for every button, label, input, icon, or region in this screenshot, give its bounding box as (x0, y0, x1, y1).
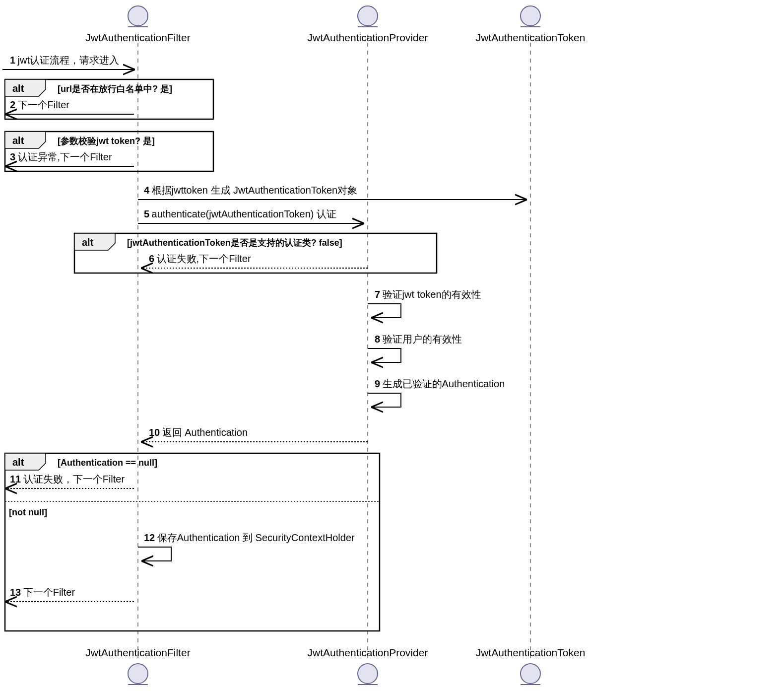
svg-text:1 jwt认证流程，请求进入: 1 jwt认证流程，请求进入 (10, 55, 119, 66)
message-7: 7 验证jwt token的有效性 (368, 289, 481, 318)
message-8: 8 验证用户的有效性 (368, 334, 462, 362)
svg-text:[Authentication == null]: [Authentication == null] (58, 458, 157, 468)
svg-point-13 (358, 664, 378, 684)
alt-fragment-4: alt [Authentication == null] 11 认证失败，下一个… (5, 453, 380, 631)
svg-text:alt: alt (12, 457, 24, 468)
svg-text:3 认证异常,下一个Filter: 3 认证异常,下一个Filter (10, 151, 112, 162)
svg-text:[参数校验jwt token? 是]: [参数校验jwt token? 是] (58, 136, 155, 146)
svg-text:5 authenticate(jwtAuthenticati: 5 authenticate(jwtAuthenticationToken) 认… (144, 208, 336, 219)
svg-text:9 生成已验证的Authentication: 9 生成已验证的Authentication (375, 378, 505, 389)
participant-provider-bottom: JwtAuthenticationProvider (308, 647, 428, 685)
participant-filter-bottom: JwtAuthenticationFilter (85, 647, 190, 685)
svg-text:13 下一个Filter: 13 下一个Filter (10, 587, 75, 598)
svg-point-3 (358, 6, 378, 26)
svg-text:JwtAuthenticationProvider: JwtAuthenticationProvider (308, 647, 428, 658)
svg-text:6 认证失败,下一个Filter: 6 认证失败,下一个Filter (149, 253, 251, 264)
svg-point-16 (521, 664, 540, 684)
alt-fragment-3: alt [jwtAuthenticationToken是否是支持的认证类? fa… (74, 233, 437, 273)
svg-text:alt: alt (82, 237, 94, 248)
participant-token-top: JwtAuthenticationToken (476, 6, 586, 43)
svg-point-6 (521, 6, 540, 26)
alt-fragment-1: alt [url是否在放行白名单中? 是] 2 下一个Filter (5, 79, 213, 119)
participant-filter-top: JwtAuthenticationFilter (85, 6, 190, 43)
svg-text:[url是否在放行白名单中? 是]: [url是否在放行白名单中? 是] (58, 84, 172, 94)
svg-text:8 验证用户的有效性: 8 验证用户的有效性 (375, 334, 462, 345)
svg-text:7 验证jwt token的有效性: 7 验证jwt token的有效性 (375, 289, 481, 300)
message-9: 9 生成已验证的Authentication (368, 378, 505, 407)
svg-text:[jwtAuthenticationToken是否是支持的认: [jwtAuthenticationToken是否是支持的认证类? false] (127, 238, 342, 248)
message-1: 1 jwt认证流程，请求进入 (2, 55, 134, 69)
svg-text:4 根据jwttoken 生成 JwtAuthenticat: 4 根据jwttoken 生成 JwtAuthenticationToken对象 (144, 185, 357, 196)
svg-text:alt: alt (12, 83, 24, 94)
svg-text:2 下一个Filter: 2 下一个Filter (10, 99, 69, 110)
svg-text:10 返回 Authentication: 10 返回 Authentication (149, 427, 248, 438)
svg-text:JwtAuthenticationToken: JwtAuthenticationToken (476, 647, 586, 658)
svg-text:JwtAuthenticationProvider: JwtAuthenticationProvider (308, 32, 428, 43)
message-10: 10 返回 Authentication (142, 427, 368, 442)
svg-text:JwtAuthenticationFilter: JwtAuthenticationFilter (85, 647, 190, 658)
svg-text:alt: alt (12, 135, 24, 146)
svg-text:11 认证失败，下一个Filter: 11 认证失败，下一个Filter (10, 474, 125, 485)
svg-text:JwtAuthenticationToken: JwtAuthenticationToken (476, 32, 586, 43)
sequence-diagram: JwtAuthenticationFilter JwtAuthenticatio… (0, 0, 784, 693)
svg-text:12 保存Authentication 到 Security: 12 保存Authentication 到 SecurityContextHol… (144, 532, 355, 543)
participant-provider-top: JwtAuthenticationProvider (308, 6, 428, 43)
participant-token-bottom: JwtAuthenticationToken (476, 647, 586, 685)
svg-point-10 (128, 664, 148, 684)
svg-point-0 (128, 6, 148, 26)
message-4: 4 根据jwttoken 生成 JwtAuthenticationToken对象 (138, 185, 526, 200)
svg-text:JwtAuthenticationFilter: JwtAuthenticationFilter (85, 32, 190, 43)
alt-fragment-2: alt [参数校验jwt token? 是] 3 认证异常,下一个Filter (5, 132, 213, 171)
svg-text:[not null]: [not null] (9, 507, 47, 517)
message-5: 5 authenticate(jwtAuthenticationToken) 认… (138, 208, 363, 223)
